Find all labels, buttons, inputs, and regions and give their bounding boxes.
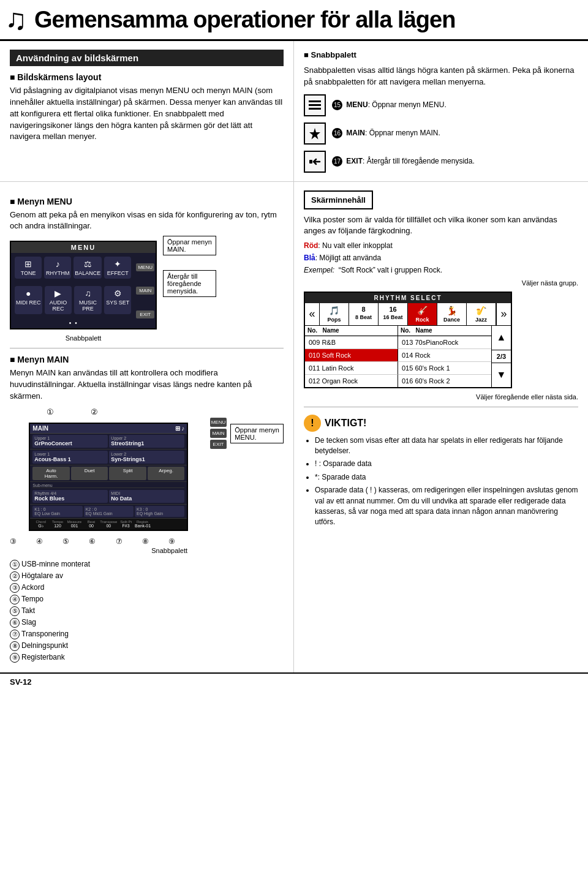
icon-row-menu: 15 MENU: Öppnar menyn MENU.: [304, 94, 578, 116]
pops-icon: 🎵: [329, 306, 339, 315]
measure-cell: Measure 001: [66, 520, 82, 529]
rhythm-row-2-left[interactable]: 010 Soft Rock: [305, 349, 398, 362]
svg-rect-3: [309, 160, 312, 164]
prev-group-arrow[interactable]: «: [305, 303, 320, 325]
main-icon-box: [304, 122, 326, 145]
color-key: Röd: Nu valt eller inkopplat Blå: Möjlig…: [304, 241, 578, 275]
circle-7: ⑦: [116, 537, 123, 546]
8beat-label: 8 Beat: [355, 314, 372, 320]
k1-cell: K1 : 0 EQ Low Gain: [32, 506, 82, 517]
pops-label: Pops: [327, 317, 341, 323]
music-preset-label: MUSIC PRE: [75, 299, 100, 312]
duet-btn[interactable]: Duet: [71, 467, 108, 480]
layout-text: Vid påslagning av digitalpianot visas me…: [10, 85, 284, 143]
list-item-2: ②Högtalare av: [10, 571, 284, 581]
rock-icon: 🎸: [417, 306, 428, 315]
main-menu-btn[interactable]: MENU: [210, 418, 227, 427]
main-content: Menyn MENU Genom att peka på en menyikon…: [0, 182, 588, 672]
svg-rect-0: [309, 100, 321, 102]
menu-item-audio[interactable]: ▶ AUDIO REC: [45, 286, 72, 314]
menu-grid-bottom: ● MIDI REC ▶ AUDIO REC ♫ MUSIC PRE: [11, 282, 135, 318]
circle-4: ④: [36, 537, 43, 546]
main-main-btn[interactable]: MAIN: [210, 429, 227, 438]
list-item-8: ⑧Delningspunkt: [10, 641, 284, 651]
measure-label: Measure: [66, 520, 82, 524]
list-item-6: ⑥Slag: [10, 617, 284, 628]
rhythm-row-4-left[interactable]: 012 Organ Rock: [305, 375, 398, 387]
list-item-3: ③Ackord: [10, 582, 284, 593]
submenu-title: Sub-menu: [32, 483, 184, 488]
tab-dance[interactable]: 💃 Dance: [437, 303, 467, 325]
main-lower-row: Lower 1 Acous-Bass 1 Lower 2 Syn-Strings…: [30, 450, 187, 465]
tab-16beat[interactable]: 16 16 Beat: [379, 303, 408, 325]
tab-pops[interactable]: 🎵 Pops: [320, 303, 349, 325]
auto-harmonize-btn[interactable]: AutoHarm.: [32, 467, 70, 480]
effect-label: EFFECT: [107, 270, 129, 276]
menu-item-midi[interactable]: ● MIDI REC: [15, 286, 42, 314]
rhythm-row-2-right[interactable]: 014 Rock: [398, 349, 491, 362]
midi-sub-value: No Data: [111, 495, 183, 502]
menu-item-rhythm[interactable]: ♪ RHYTHM: [44, 257, 71, 279]
measure-value: 001: [66, 524, 82, 528]
rhythm-row-1-right[interactable]: 013 70sPianoRock: [398, 336, 491, 349]
tab-8beat[interactable]: 8 8 Beat: [349, 303, 379, 325]
main-bottom-bar: Chord G♭ Tempo 120 Measure 001 Beat: [30, 519, 187, 530]
rhythm-row-4-right[interactable]: 016 60's Rock 2: [398, 375, 491, 387]
num-3: ③: [10, 583, 20, 593]
list-item-7: ⑦Transponering: [10, 629, 284, 639]
split-btn[interactable]: Split: [109, 467, 146, 480]
example-text: Exempel: “Soft Rock” valt i gruppen Rock…: [304, 265, 578, 276]
menu-item-tone[interactable]: ⊞ TONE: [15, 257, 42, 279]
menu-item-music-preset[interactable]: ♫ MUSIC PRE: [74, 286, 102, 314]
tab-jazz[interactable]: 🎷 Jazz: [467, 303, 496, 325]
tab-rock[interactable]: 🎸 Rock: [408, 303, 437, 325]
viktigt-item-4: Osparade data ( ! ) kasseras, om rediger…: [315, 485, 578, 528]
menu-item-system[interactable]: ⚙ SYS SET: [104, 286, 132, 314]
snabbpalett-label-main: Snabbpalett: [10, 547, 187, 554]
viktigt-list: De tecken som visas efter att data har s…: [304, 435, 578, 528]
col-header-no2: No. Name: [398, 326, 491, 336]
tempo-value: 120: [50, 524, 66, 528]
main-screen-header: MAIN ⊞ ♪: [30, 424, 187, 434]
circle-9: ⑨: [168, 537, 175, 546]
midi-icon: ●: [26, 288, 31, 298]
main-text1: Menyn MAIN kan användas till att kontrol…: [10, 367, 284, 402]
main-exit-btn[interactable]: EXIT: [210, 440, 227, 449]
transpose-label: Transpose: [100, 520, 117, 524]
rhythm-icon: ♪: [56, 259, 60, 269]
menu-side-sub2[interactable]: EXIT: [136, 311, 154, 318]
viktigt-section: ! VIKTIGT! De tecken som visas efter att…: [304, 415, 578, 528]
upper2-label: Upper 2: [111, 436, 183, 440]
upper1-label: Upper 1: [34, 436, 106, 440]
bottom-circle-nums: ③ ④ ⑤ ⑥ ⑦ ⑧ ⑨: [10, 537, 181, 546]
col-header-1: No. Name: [305, 326, 398, 336]
main-screen-title: MAIN: [32, 425, 48, 432]
menu-side-buttons: MENU MAIN EXIT: [135, 253, 156, 328]
registration-label: Registr.: [135, 520, 151, 524]
chord-cell: Chord G♭: [32, 520, 48, 529]
menu-item-effect[interactable]: ✦ EFFECT: [104, 257, 131, 279]
rhythm-row-3-right[interactable]: 015 60's Rock 1: [398, 362, 491, 375]
next-group-arrow[interactable]: »: [496, 303, 511, 325]
rhythm-row-3-left[interactable]: 011 Latin Rock: [305, 362, 398, 375]
menu-side-main[interactable]: MENU: [136, 263, 154, 271]
split-point-value: F#3: [118, 524, 134, 528]
audio-icon: ▶: [55, 288, 61, 298]
arpeggiator-btn[interactable]: Arpeg.: [148, 467, 185, 480]
nav-down-btn[interactable]: ▼: [492, 363, 511, 387]
main-diagram-wrapper: ① ② MAIN ⊞ ♪ Upper 1 GrPnoConcert: [10, 407, 284, 554]
menu-grid-top: ⊞ TONE ♪ RHYTHM ⚖ BALANCE: [11, 253, 135, 282]
prev-next-label: Väljer föregående eller nästa sida.: [304, 393, 578, 401]
menu-item-balance[interactable]: ⚖ BALANCE: [74, 257, 102, 279]
menu-screen-body: ⊞ TONE ♪ RHYTHM ⚖ BALANCE: [11, 253, 156, 328]
menu-section-title: Menyn MENU: [10, 197, 284, 206]
effect-icon: ✦: [114, 259, 121, 269]
skarminnehall-title: Skärminnehåll: [311, 195, 366, 205]
menu-side-sub1[interactable]: MAIN: [136, 287, 154, 295]
list-item-4: ④Tempo: [10, 594, 284, 604]
nav-up-btn[interactable]: ▲: [492, 326, 511, 350]
rhythm-row-1-left[interactable]: 009 R&B: [305, 336, 398, 349]
tone-label: TONE: [21, 270, 36, 276]
circle-6: ⑥: [89, 537, 96, 546]
main-submenu-area: Sub-menu Rhythm 4/4 Rock Blues MIDI No D…: [30, 482, 187, 505]
